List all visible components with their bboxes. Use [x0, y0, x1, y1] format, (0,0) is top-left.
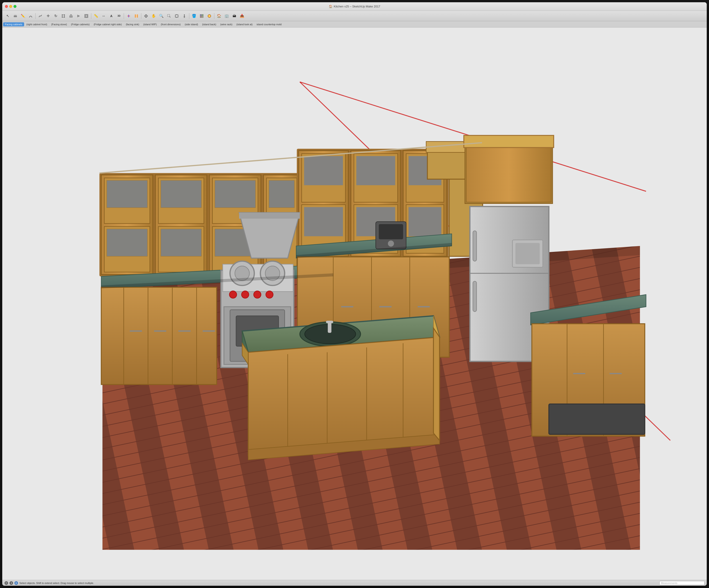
svg-line-30 — [184, 17, 185, 18]
tab-side-island[interactable]: (side island) — [183, 22, 200, 26]
move-tool[interactable]: ✛ — [45, 12, 52, 20]
tab-fridge-cabinets[interactable]: (Fridge cabinets) — [69, 22, 91, 26]
tab-island-wip[interactable]: (island WIP) — [141, 22, 159, 26]
svg-rect-33 — [200, 16, 202, 18]
svg-line-19 — [169, 17, 170, 17]
pan-tool[interactable]: ✋ — [150, 12, 157, 20]
walkthrough-tool[interactable] — [181, 12, 188, 20]
components-tool[interactable] — [198, 12, 205, 20]
traffic-lights — [5, 5, 17, 8]
svg-rect-8 — [70, 15, 72, 16]
tape-tool[interactable]: 📏 — [93, 12, 100, 20]
close-button[interactable] — [5, 5, 8, 8]
svg-point-16 — [145, 15, 148, 17]
svg-rect-32 — [202, 15, 203, 16]
toolbar-separator-5 — [189, 13, 189, 19]
offset-tool[interactable] — [83, 12, 90, 20]
svg-point-35 — [208, 15, 211, 18]
main-window: 🏠 Kitchen v25 – SketchUp Make 2017 ↖ ✏️ … — [2, 2, 266, 220]
tab-island-back[interactable]: (island back) — [200, 22, 218, 26]
paint-tool[interactable]: 🪣 — [190, 12, 198, 20]
minimize-button[interactable] — [9, 5, 12, 8]
tab-island-look-at[interactable]: (island look at) — [235, 22, 255, 26]
zoom-window-tool[interactable] — [165, 12, 173, 20]
import-tool[interactable]: 📥 — [238, 12, 246, 20]
tab-wine-rack[interactable]: (wine rack) — [218, 22, 234, 26]
3d-viewport[interactable] — [2, 27, 266, 220]
text-tool[interactable]: A — [108, 12, 115, 20]
house-tool[interactable]: 🏠 — [215, 12, 223, 20]
svg-rect-31 — [200, 15, 202, 16]
tab-island-countertop-mold[interactable]: island countertop mold — [255, 22, 266, 26]
toolbar-separator-4 — [141, 13, 141, 19]
svg-rect-56 — [161, 180, 202, 208]
svg-rect-51 — [107, 180, 148, 208]
svg-point-25 — [184, 15, 185, 15]
svg-rect-34 — [202, 16, 203, 18]
toolbar-separator-3 — [124, 13, 124, 19]
arc-tool[interactable] — [27, 12, 34, 20]
3dtext-tool[interactable]: 3D — [115, 12, 123, 20]
titlebar: 🏠 Kitchen v25 – SketchUp Make 2017 — [2, 2, 266, 11]
followme-tool[interactable] — [75, 12, 82, 20]
svg-point-4 — [64, 15, 65, 15]
building-tool[interactable]: 🏢 — [223, 12, 230, 20]
tab-front-dimensions[interactable]: (front dimensions) — [159, 22, 183, 26]
tab-right-cabinet-front[interactable]: (right cabinet front) — [25, 22, 49, 26]
dimension-tool[interactable]: ↔ — [100, 12, 107, 20]
tab-facing-stove[interactable]: {Facing stove} — [49, 22, 69, 26]
svg-point-5 — [62, 17, 63, 18]
svg-rect-2 — [62, 15, 64, 17]
select-tool[interactable]: ↖ — [4, 12, 11, 20]
axes-tool[interactable] — [125, 12, 132, 20]
svg-rect-10 — [85, 15, 88, 18]
toolbar-separator-6 — [214, 13, 214, 19]
svg-marker-1 — [14, 15, 17, 16]
svg-point-17 — [146, 15, 147, 18]
kitchen-scene — [2, 27, 266, 220]
scale-tool[interactable] — [60, 12, 67, 20]
pushpull-tool[interactable] — [68, 12, 75, 20]
section-tool[interactable] — [133, 12, 140, 20]
svg-marker-85 — [239, 213, 266, 219]
svg-rect-11 — [85, 15, 87, 17]
freehand-tool[interactable] — [37, 12, 44, 20]
pencil-tool[interactable]: ✏️ — [19, 12, 27, 20]
svg-rect-0 — [14, 16, 17, 17]
orbit-tool[interactable] — [142, 12, 150, 20]
tab-fridge-cabinet-right-side[interactable]: (Fridge cabinet right side) — [92, 22, 124, 26]
zoom-tool[interactable]: 🔍 — [158, 12, 165, 20]
svg-point-6 — [64, 17, 65, 18]
tab-facing-sink[interactable]: (facing sink) — [124, 22, 141, 26]
zoom-extents-tool[interactable] — [173, 12, 180, 20]
maximize-button[interactable] — [14, 5, 17, 8]
scene-tabs: Facing cabinets (right cabinet front) {F… — [2, 21, 266, 27]
svg-rect-61 — [215, 180, 256, 208]
tab-facing-cabinets[interactable]: Facing cabinets — [3, 22, 24, 26]
eraser-tool[interactable] — [12, 12, 19, 20]
toolbar: ↖ ✏️ ✛ ↻ 📏 ↔ A 3D — [2, 11, 266, 21]
svg-point-3 — [62, 15, 63, 15]
svg-rect-18 — [167, 15, 170, 17]
rotate-tool[interactable]: ↻ — [52, 12, 59, 20]
material-tool[interactable] — [206, 12, 213, 20]
terrain-tool[interactable]: 🏔 — [231, 12, 238, 20]
